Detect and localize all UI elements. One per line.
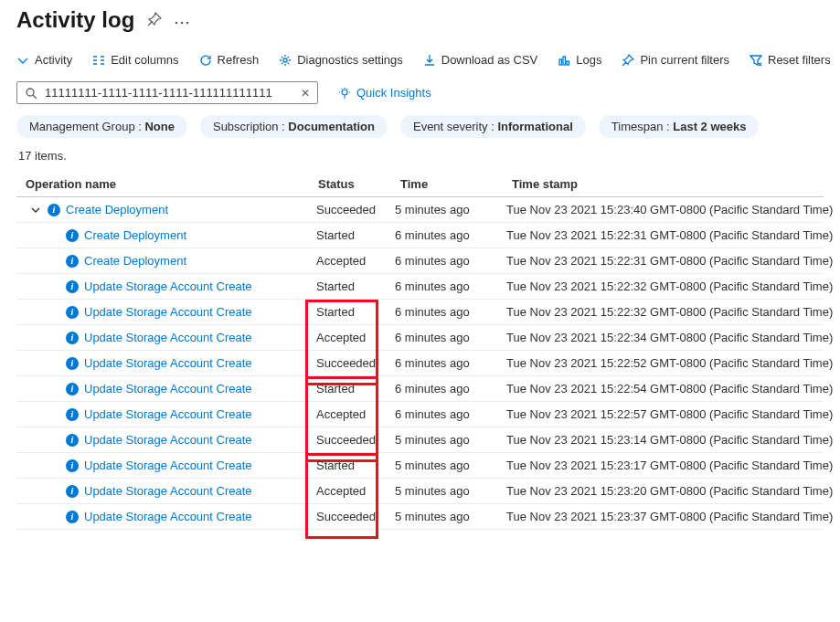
quick-insights-button[interactable]: Quick Insights (338, 86, 431, 100)
table-row[interactable]: iCreate DeploymentAccepted6 minutes agoT… (16, 248, 824, 274)
timestamp-cell: Tue Nov 23 2021 15:22:52 GMT-0800 (Pacif… (506, 356, 833, 370)
timestamp-cell: Tue Nov 23 2021 15:23:20 GMT-0800 (Pacif… (506, 484, 833, 498)
time-cell: 5 minutes ago (395, 203, 506, 216)
info-icon: i (66, 306, 79, 319)
table-row[interactable]: iUpdate Storage Account CreateStarted6 m… (16, 300, 824, 325)
info-icon: i (66, 280, 79, 293)
operation-name[interactable]: Update Storage Account Create (84, 484, 252, 498)
operation-cell: iUpdate Storage Account Create (20, 331, 313, 344)
operation-name[interactable]: Update Storage Account Create (84, 407, 252, 421)
operation-name[interactable]: Create Deployment (84, 254, 186, 268)
diagnostics-label: Diagnostics settings (297, 53, 403, 67)
filter-subscription[interactable]: Subscription : Documentation (200, 115, 388, 138)
timestamp-cell: Tue Nov 23 2021 15:22:32 GMT-0800 (Pacif… (506, 305, 833, 319)
operation-name[interactable]: Create Deployment (84, 228, 186, 242)
search-box[interactable]: ✕ (16, 81, 318, 104)
info-icon: i (66, 459, 79, 472)
activity-label: Activity (35, 53, 72, 67)
filter-event-severity[interactable]: Event severity : Informational (400, 115, 586, 138)
filter-label: Event severity : (413, 120, 497, 133)
time-cell: 6 minutes ago (395, 228, 506, 242)
time-cell: 5 minutes ago (395, 484, 506, 498)
col-time[interactable]: Time (400, 177, 512, 191)
table-row[interactable]: iUpdate Storage Account CreateAccepted5 … (16, 479, 824, 504)
filter-management-group[interactable]: Management Group : None (16, 115, 187, 138)
pin-filters-label: Pin current filters (640, 53, 729, 67)
download-csv-label: Download as CSV (441, 53, 538, 67)
table-row[interactable]: iUpdate Storage Account CreateSucceeded5… (16, 504, 824, 530)
operation-name[interactable]: Update Storage Account Create (84, 279, 252, 293)
timestamp-cell: Tue Nov 23 2021 15:22:57 GMT-0800 (Pacif… (506, 407, 833, 421)
filter-reset-icon (750, 54, 762, 67)
items-count: 17 items. (18, 149, 824, 163)
filter-label: Subscription : (213, 120, 288, 133)
table-row[interactable]: iUpdate Storage Account CreateAccepted6 … (16, 325, 824, 351)
operation-cell: iUpdate Storage Account Create (20, 279, 313, 293)
filter-label: Management Group : (29, 120, 144, 133)
search-input[interactable] (43, 85, 295, 100)
reset-filters-button[interactable]: Reset filters (750, 53, 831, 67)
col-timestamp[interactable]: Time stamp (512, 177, 820, 191)
operation-name[interactable]: Update Storage Account Create (84, 382, 252, 395)
info-icon: i (66, 229, 79, 242)
status-cell: Started (313, 305, 395, 319)
status-cell: Succeeded (313, 203, 395, 216)
time-cell: 5 minutes ago (395, 510, 506, 523)
operation-cell: iUpdate Storage Account Create (20, 407, 313, 421)
timestamp-cell: Tue Nov 23 2021 15:23:40 GMT-0800 (Pacif… (506, 203, 833, 216)
table-row[interactable]: iUpdate Storage Account CreateStarted5 m… (16, 453, 824, 479)
table-row[interactable]: iUpdate Storage Account CreateAccepted6 … (16, 402, 824, 427)
col-operation[interactable]: Operation name (26, 177, 318, 191)
operation-name[interactable]: Create Deployment (66, 203, 168, 216)
timestamp-cell: Tue Nov 23 2021 15:23:17 GMT-0800 (Pacif… (506, 459, 833, 472)
operation-name[interactable]: Update Storage Account Create (84, 459, 252, 472)
pin-filters-button[interactable]: Pin current filters (622, 53, 729, 67)
time-cell: 6 minutes ago (395, 279, 506, 293)
table-row[interactable]: iUpdate Storage Account CreateStarted6 m… (16, 274, 824, 300)
operation-name[interactable]: Update Storage Account Create (84, 510, 252, 523)
time-cell: 5 minutes ago (395, 433, 506, 447)
svg-rect-5 (563, 57, 566, 65)
filter-timespan[interactable]: Timespan : Last 2 weeks (599, 115, 760, 138)
operation-cell: iCreate Deployment (20, 228, 313, 242)
status-cell: Accepted (313, 407, 395, 421)
edit-columns-button[interactable]: Edit columns (92, 53, 178, 67)
status-cell: Started (313, 228, 395, 242)
operation-name[interactable]: Update Storage Account Create (84, 356, 252, 370)
svg-point-2 (186, 21, 189, 24)
reset-filters-label: Reset filters (768, 53, 831, 67)
edit-columns-label: Edit columns (111, 53, 178, 67)
activity-button[interactable]: Activity (16, 53, 72, 67)
refresh-button[interactable]: Refresh (199, 53, 260, 67)
table-row[interactable]: iCreate DeploymentSucceeded5 minutes ago… (16, 197, 824, 223)
table-row[interactable]: iCreate DeploymentStarted6 minutes agoTu… (16, 223, 824, 248)
col-status[interactable]: Status (318, 177, 400, 191)
filter-pills: Management Group : None Subscription : D… (16, 115, 824, 138)
info-icon: i (66, 383, 79, 395)
svg-rect-6 (567, 61, 569, 65)
svg-point-8 (342, 90, 347, 95)
chevron-down-icon[interactable] (29, 205, 42, 216)
time-cell: 6 minutes ago (395, 331, 506, 344)
timestamp-cell: Tue Nov 23 2021 15:22:31 GMT-0800 (Pacif… (506, 254, 833, 268)
logs-label: Logs (576, 53, 601, 67)
diagnostics-button[interactable]: Diagnostics settings (279, 53, 403, 67)
operation-name[interactable]: Update Storage Account Create (84, 433, 252, 447)
table-row[interactable]: iUpdate Storage Account CreateStarted6 m… (16, 376, 824, 402)
clear-search-icon[interactable]: ✕ (301, 87, 310, 100)
operation-name[interactable]: Update Storage Account Create (84, 305, 252, 319)
operation-cell: iUpdate Storage Account Create (20, 484, 313, 498)
status-cell: Accepted (313, 484, 395, 498)
lightbulb-icon (338, 87, 351, 100)
more-icon[interactable] (175, 14, 189, 27)
logs-button[interactable]: Logs (558, 53, 601, 67)
chevron-down-icon (16, 54, 29, 67)
operation-cell: iUpdate Storage Account Create (20, 382, 313, 395)
pin-icon[interactable] (147, 12, 162, 29)
table-row[interactable]: iUpdate Storage Account CreateSucceeded6… (16, 351, 824, 376)
table-row[interactable]: iUpdate Storage Account CreateSucceeded5… (16, 427, 824, 453)
download-csv-button[interactable]: Download as CSV (423, 53, 538, 67)
table-header: Operation name Status Time Time stamp (16, 172, 824, 197)
operation-name[interactable]: Update Storage Account Create (84, 331, 252, 344)
logs-icon (558, 54, 570, 67)
